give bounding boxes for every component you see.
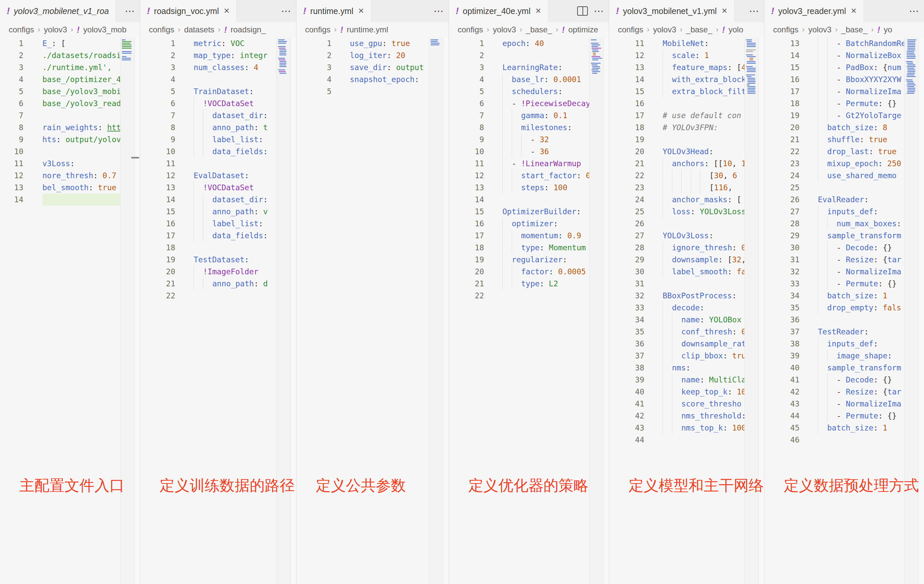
code-line[interactable]: 42nms_threshold: — [609, 410, 764, 422]
editor[interactable]: 11MobileNet:12scale: 113feature_maps: [4… — [609, 37, 764, 584]
minimap[interactable] — [120, 37, 140, 584]
code-line[interactable]: 27inputs_def: — [764, 206, 924, 218]
code-line[interactable]: 26EvalReader: — [764, 193, 924, 206]
code-line[interactable]: 8anno_path: t — [140, 122, 296, 134]
code-line[interactable]: 12scale: 1 — [609, 49, 764, 61]
code-line[interactable]: 5base_/yolov3_mobi — [0, 86, 140, 97]
code-line[interactable]: 14 — [0, 193, 140, 206]
code-line[interactable]: 7 — [0, 109, 140, 122]
code-line[interactable]: 10data_fields: — [140, 145, 296, 158]
code-line[interactable]: 12start_factor: 0.33 — [449, 170, 609, 181]
code-line[interactable]: 2 — [449, 49, 609, 61]
split-editor-icon[interactable] — [577, 7, 588, 16]
code-line[interactable]: 22[30, 6 — [609, 170, 764, 181]
code-line[interactable]: 2map_type: integr — [140, 49, 296, 61]
code-line[interactable]: 15- PadBox: {num — [764, 61, 924, 73]
code-line[interactable]: 17- NormalizeIma — [764, 86, 924, 97]
breadcrumb-item[interactable]: _base_ — [841, 25, 868, 35]
code-line[interactable]: 33decode: — [609, 302, 764, 314]
code-line[interactable]: 21anno_path: d — [140, 278, 296, 290]
editor[interactable]: 1metric: VOC2map_type: integr3num_classe… — [140, 37, 296, 584]
code-line[interactable]: 41- Decode: {} — [764, 374, 924, 386]
code-line[interactable]: 8milestones: — [449, 122, 609, 134]
code-line[interactable]: 15anno_path: v — [140, 206, 296, 218]
code-line[interactable]: 35drop_empty: fals — [764, 302, 924, 314]
close-icon[interactable]: ✕ — [851, 7, 856, 15]
code-line[interactable]: 44 — [609, 434, 764, 446]
code-line[interactable]: 20factor: 0.0005 — [449, 266, 609, 278]
code-line[interactable]: 16- BboxXYXY2XYW — [764, 73, 924, 86]
code-line[interactable]: 22 — [140, 290, 296, 302]
code-line[interactable]: 13feature_maps: [4 — [609, 61, 764, 73]
code-line[interactable]: 38inputs_def: — [764, 338, 924, 350]
code-line[interactable]: 13steps: 100 — [449, 181, 609, 193]
tab[interactable]: !yolov3_mobilenet_v1.yml✕ — [609, 0, 734, 22]
tab[interactable]: !runtime.yml✕ — [297, 0, 371, 22]
code-line[interactable]: 19- Gt2YoloTarge — [764, 109, 924, 122]
breadcrumb-item[interactable]: configs — [9, 25, 34, 35]
code-line[interactable]: 22drop_last: true — [764, 145, 924, 158]
code-line[interactable]: 16optimizer: — [449, 218, 609, 229]
code-line[interactable]: 28ignore_thresh: 0 — [609, 242, 764, 254]
editor[interactable]: 1epoch: 4023LearningRate:4base_lr: 0.000… — [449, 37, 609, 584]
code-line[interactable]: 11v3Loss: — [0, 158, 140, 170]
scrollbar[interactable] — [134, 37, 140, 584]
minimap[interactable] — [904, 37, 924, 584]
code-line[interactable]: 15OptimizerBuilder: — [449, 206, 609, 218]
code-line[interactable]: 5schedulers: — [449, 86, 609, 97]
code-line[interactable]: 10- 36 — [449, 145, 609, 158]
code-line[interactable]: 29downsample: [32, — [609, 254, 764, 266]
code-line[interactable]: 1E_: [ — [0, 37, 140, 49]
code-line[interactable]: 5TrainDataset: — [140, 86, 296, 97]
code-line[interactable]: 17data_fields: — [140, 229, 296, 242]
code-line[interactable]: 23[116, — [609, 181, 764, 193]
close-icon[interactable]: ✕ — [535, 7, 541, 15]
code-line[interactable]: 3save_dir: output — [297, 61, 449, 73]
scrollbar[interactable] — [603, 37, 609, 584]
more-actions-icon[interactable]: ⋯ — [125, 6, 135, 16]
code-line[interactable]: 32- NormalizeIma — [764, 266, 924, 278]
code-line[interactable]: 24use_shared_memo — [764, 170, 924, 181]
code-line[interactable]: 34batch_size: 1 — [764, 290, 924, 302]
editor[interactable]: 13- BatchRandomRes14- NormalizeBox15- Pa… — [764, 37, 924, 584]
code-line[interactable]: 1use_gpu: true — [297, 37, 449, 49]
more-actions-icon[interactable]: ⋯ — [594, 6, 604, 16]
code-line[interactable]: 11- !LinearWarmup — [449, 158, 609, 170]
minimap[interactable] — [744, 37, 764, 584]
code-line[interactable]: 18 — [140, 242, 296, 254]
code-line[interactable]: 20YOLOv3Head: — [609, 145, 764, 158]
code-line[interactable]: 6- !PiecewiseDecay — [449, 97, 609, 109]
code-line[interactable]: 12EvalDataset: — [140, 170, 296, 181]
close-icon[interactable]: ✕ — [224, 7, 230, 15]
code-line[interactable]: 36downsample_rat — [609, 338, 764, 350]
code-line[interactable]: 36 — [764, 314, 924, 326]
code-line[interactable]: 25loss: YOLOv3Loss — [609, 206, 764, 218]
code-line[interactable]: 29sample_transform — [764, 229, 924, 242]
code-line[interactable]: 21anchors: [[10, 1 — [609, 158, 764, 170]
editor[interactable]: 1E_: [2./datasets/roadsi3./runtime.yml',… — [0, 37, 140, 584]
code-line[interactable]: 2log_iter: 20 — [297, 49, 449, 61]
code-line[interactable]: 10 — [0, 145, 140, 158]
code-line[interactable]: 3num_classes: 4 — [140, 61, 296, 73]
code-line[interactable]: 37clip_bbox: tru — [609, 350, 764, 362]
code-line[interactable]: 38nms: — [609, 362, 764, 374]
breadcrumb-item[interactable]: datasets — [184, 25, 214, 35]
code-line[interactable]: 9label_list: — [140, 134, 296, 145]
breadcrumb-item-file[interactable]: runtime.yml — [347, 25, 388, 35]
tab[interactable]: !yolov3_reader.yml✕ — [764, 0, 864, 22]
code-line[interactable]: 24anchor_masks: [ — [609, 193, 764, 206]
code-line[interactable]: 42- Resize: {tar — [764, 386, 924, 398]
breadcrumb-item-file[interactable]: yolov3_mob — [83, 25, 126, 35]
breadcrumb-item-file[interactable]: optimize — [568, 25, 598, 35]
code-line[interactable]: 13- BatchRandomRes — [764, 37, 924, 49]
code-line[interactable]: 43nms_top_k: 100 — [609, 422, 764, 434]
code-line[interactable]: 39image_shape: — [764, 350, 924, 362]
code-line[interactable]: 4base_lr: 0.0001 — [449, 73, 609, 86]
code-line[interactable]: 19 — [609, 134, 764, 145]
close-icon[interactable]: ✕ — [721, 7, 728, 15]
code-line[interactable]: 11 — [140, 158, 296, 170]
code-line[interactable]: 7gamma: 0.1 — [449, 109, 609, 122]
sash-handle[interactable] — [131, 157, 139, 158]
breadcrumb-item[interactable]: yolov3 — [653, 25, 676, 35]
code-line[interactable]: 45batch_size: 1 — [764, 422, 924, 434]
